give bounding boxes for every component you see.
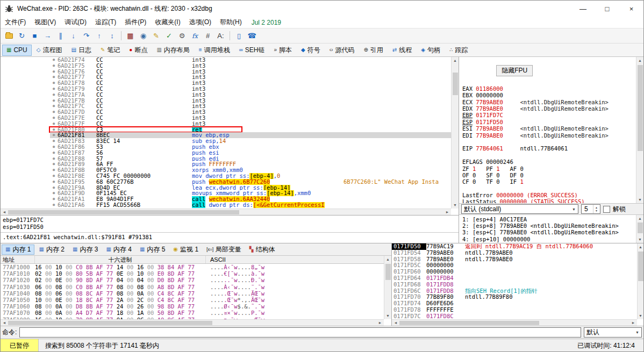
command-input[interactable] (19, 327, 581, 337)
scroll-thumb[interactable] (8, 321, 212, 325)
menu-item[interactable]: 追踪(T) (91, 17, 120, 28)
memory-row[interactable]: 77AF103006 00 08 00 C0 8B AF 77 08 00 08… (1, 284, 384, 290)
register-row[interactable]: EFLAGS 00000246 (462, 159, 636, 165)
register-row[interactable] (462, 185, 636, 192)
unlock-checkbox[interactable] (603, 206, 610, 213)
argument-row[interactable]: 3: [esp+C] 77B9ABE0 <ntdll.DbgUiRemoteBr… (462, 229, 636, 235)
tab-脚本[interactable]: »脚本 (270, 45, 297, 56)
register-row[interactable]: ESP 0171FD50 (462, 119, 636, 125)
breakpoint-dot-icon[interactable]: ● (50, 57, 58, 63)
scroll-down-arrow-icon[interactable]: ▼ (636, 196, 643, 203)
minimize-button[interactable]: — (571, 1, 595, 17)
breakpoint-dot-icon[interactable]: ● (50, 150, 58, 156)
run-to-return-icon[interactable]: ↕ (106, 30, 118, 42)
breakpoint-dot-icon[interactable]: ● (50, 190, 58, 196)
register-row[interactable]: LastError 00000000 (ERROR_SUCCESS) (462, 192, 636, 198)
scroll-up-arrow-icon[interactable]: ▲ (636, 215, 643, 222)
arg-count-stepper[interactable]: 5 ▲▼ (581, 204, 600, 214)
breakpoint-dot-icon[interactable]: ● (50, 103, 58, 109)
step-into-icon[interactable]: ↓ (67, 30, 80, 42)
tab-内存布局[interactable]: ▥内存布局 (152, 45, 194, 56)
disasm-row[interactable]: ●6AD21FA6FF15 ACD5566Bcall dword ptr ds:… (1, 202, 451, 208)
register-row[interactable]: EBX 00000000 (462, 92, 636, 98)
restart-icon[interactable]: ↻ (16, 30, 28, 42)
memory-row[interactable]: 77AF104008 00 06 00 08 8C AF 77 08 00 0A… (1, 290, 384, 297)
scroll-left-arrow-icon[interactable]: ◄ (1, 210, 8, 214)
breakpoint-dot-icon[interactable]: ● (50, 179, 58, 185)
stack-row[interactable]: 0171FD5477B9ABE0ntdll.77B9ABE0 (392, 250, 637, 256)
breakpoint-dot-icon[interactable]: ● (50, 185, 58, 191)
tab-调用堆栈[interactable]: ≡调用堆栈 (195, 45, 234, 56)
scroll-down-arrow-icon[interactable]: ▼ (636, 236, 643, 243)
scroll-thumb[interactable] (638, 222, 643, 233)
command-script-select[interactable]: 默认 ▼ (584, 327, 642, 337)
breakpoint-dot-icon[interactable]: ● (50, 202, 58, 208)
register-row[interactable]: EBP 0171FD7C (462, 112, 636, 118)
memory-col-address[interactable]: 地址 (1, 256, 35, 263)
scroll-down-arrow-icon[interactable]: ▼ (384, 312, 391, 319)
tab-监视 1[interactable]: ◉监视 1 (169, 245, 202, 255)
tab-笔记[interactable]: ✎笔记 (96, 45, 124, 56)
breakpoint-dot-icon[interactable]: ● (50, 144, 58, 150)
calling-convention-select[interactable]: 默认 (stdcall) ▼ (461, 204, 578, 214)
disasm-row[interactable]: ●6AD21F8756push esi (1, 150, 451, 156)
scroll-down-arrow-icon[interactable]: ▼ (638, 312, 643, 319)
annotate-icon[interactable]: ✎ (150, 30, 162, 42)
disasm-row[interactable]: ●6AD21F7FCCint3 (1, 121, 451, 127)
tab-句柄[interactable]: ◈句柄 (417, 45, 445, 56)
register-row[interactable] (462, 139, 636, 145)
tab-局部变量[interactable]: [x=]局部变量 (203, 245, 245, 255)
check-icon[interactable]: ✓ (163, 30, 175, 42)
exit-icon[interactable]: ▯ (233, 30, 245, 42)
scroll-thumb[interactable] (638, 65, 643, 151)
register-row[interactable]: ZF 1 PF 1 AF 0 (462, 166, 636, 172)
breakpoint-dot-icon[interactable]: ● (50, 74, 58, 80)
breakpoint-dot-icon[interactable]: ● (50, 98, 58, 104)
scroll-up-arrow-icon[interactable]: ▲ (452, 57, 459, 64)
memory-row[interactable]: 77AF100016 00 10 00 C0 8B AF 77 14 00 16… (1, 264, 384, 270)
breakpoint-dot-icon[interactable]: ● (50, 127, 58, 133)
breakpoint-dot-icon[interactable]: ● (50, 63, 58, 69)
breakpoint-dot-icon[interactable]: ● (50, 86, 58, 92)
tab-SEH链[interactable]: ∞SEH链 (235, 45, 269, 56)
args-vertical-scrollbar[interactable]: ▲ ▼ (636, 215, 643, 243)
tab-内存 3[interactable]: ▦内存 3 (69, 245, 102, 255)
menu-item[interactable]: 视图(V) (30, 17, 60, 28)
disasm-row[interactable]: ●6AD21F7ACCint3 (1, 92, 451, 98)
tab-线程[interactable]: ⇄线程 (388, 45, 416, 56)
register-row[interactable]: CF 0 TF 0 IF 1 (462, 178, 636, 185)
tab-日志[interactable]: ▤日志 (67, 45, 96, 56)
menu-item[interactable]: 选项(O) (185, 17, 216, 28)
tab-CPU[interactable]: ▦CPU (2, 45, 32, 56)
breakpoint-dot-icon[interactable]: ● (50, 173, 58, 179)
register-row[interactable]: EIP 77B64061 ntdll.77B64061 (462, 145, 636, 152)
registers-vertical-scrollbar[interactable]: ▲ ▼ (636, 57, 643, 203)
tab-内存 4[interactable]: ▦内存 4 (102, 245, 135, 255)
scroll-thumb[interactable] (8, 210, 239, 214)
phone-icon[interactable]: ☎ (246, 30, 258, 42)
stack-horizontal-scrollbar[interactable]: ◄ ► (392, 319, 637, 326)
menu-item[interactable]: 插件(P) (120, 17, 151, 28)
memory-row[interactable]: 77AF102002 00 0E 00 90 8D AF 77 04 00 04… (1, 277, 384, 283)
register-row[interactable]: ESI 77B9ABE0 <ntdll.DbgUiRemoteBreakin> (462, 125, 636, 132)
scroll-thumb[interactable] (453, 73, 458, 95)
scroll-up-arrow-icon[interactable]: ▲ (384, 256, 391, 263)
memory-horizontal-scrollbar[interactable]: ◄ ► (1, 319, 384, 326)
register-row[interactable]: EDI 77B9ABE0 <ntdll.DbgUiRemoteBreakin> (462, 132, 636, 139)
scroll-thumb[interactable] (399, 321, 539, 325)
scroll-thumb[interactable] (638, 252, 643, 281)
step-over-icon[interactable]: ↷ (80, 30, 92, 42)
scroll-left-arrow-icon[interactable]: ◄ (392, 321, 399, 325)
menu-item[interactable]: 收藏夹(I) (151, 17, 184, 28)
breakpoint-dot-icon[interactable]: ● (50, 80, 58, 86)
step-out-icon[interactable]: ↑ (93, 30, 105, 42)
close-button[interactable]: × (619, 1, 643, 17)
scroll-right-arrow-icon[interactable]: ► (376, 321, 384, 325)
breakpoint-dot-icon[interactable]: ● (50, 167, 58, 173)
maximize-button[interactable]: □ (595, 1, 619, 17)
tab-断点[interactable]: ●断点 (125, 45, 152, 56)
font-icon[interactable]: A: (214, 30, 227, 42)
scroll-right-arrow-icon[interactable]: ► (443, 210, 451, 214)
argument-row[interactable]: 4: [esp+10] 00000000 (462, 236, 636, 242)
menu-item[interactable]: 文件(F) (1, 17, 30, 28)
